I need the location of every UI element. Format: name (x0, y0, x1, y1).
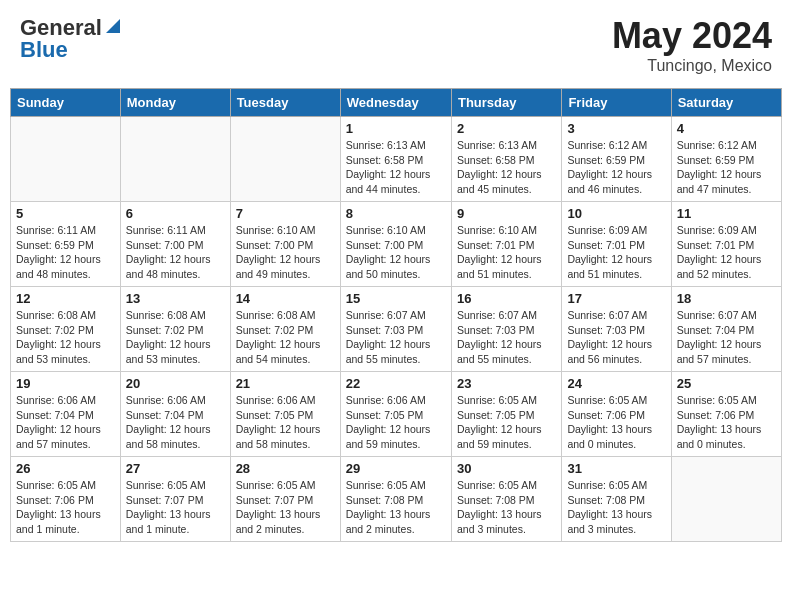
day-number: 27 (126, 461, 225, 476)
calendar-cell: 20Sunrise: 6:06 AM Sunset: 7:04 PM Dayli… (120, 372, 230, 457)
logo-arrow-icon (104, 17, 122, 35)
day-number: 15 (346, 291, 446, 306)
calendar-cell: 22Sunrise: 6:06 AM Sunset: 7:05 PM Dayli… (340, 372, 451, 457)
day-number: 30 (457, 461, 556, 476)
calendar-table: Sunday Monday Tuesday Wednesday Thursday… (10, 88, 782, 542)
day-info: Sunrise: 6:10 AM Sunset: 7:01 PM Dayligh… (457, 223, 556, 282)
day-info: Sunrise: 6:05 AM Sunset: 7:08 PM Dayligh… (567, 478, 665, 537)
day-number: 16 (457, 291, 556, 306)
day-info: Sunrise: 6:05 AM Sunset: 7:05 PM Dayligh… (457, 393, 556, 452)
day-info: Sunrise: 6:07 AM Sunset: 7:03 PM Dayligh… (567, 308, 665, 367)
day-info: Sunrise: 6:06 AM Sunset: 7:05 PM Dayligh… (346, 393, 446, 452)
day-number: 21 (236, 376, 335, 391)
day-number: 20 (126, 376, 225, 391)
calendar-cell: 3Sunrise: 6:12 AM Sunset: 6:59 PM Daylig… (562, 117, 671, 202)
calendar-week-row: 26Sunrise: 6:05 AM Sunset: 7:06 PM Dayli… (11, 457, 782, 542)
day-number: 18 (677, 291, 776, 306)
day-info: Sunrise: 6:05 AM Sunset: 7:07 PM Dayligh… (236, 478, 335, 537)
calendar-cell: 1Sunrise: 6:13 AM Sunset: 6:58 PM Daylig… (340, 117, 451, 202)
day-info: Sunrise: 6:05 AM Sunset: 7:08 PM Dayligh… (457, 478, 556, 537)
day-number: 26 (16, 461, 115, 476)
calendar-cell: 2Sunrise: 6:13 AM Sunset: 6:58 PM Daylig… (451, 117, 561, 202)
calendar-cell (11, 117, 121, 202)
day-info: Sunrise: 6:09 AM Sunset: 7:01 PM Dayligh… (567, 223, 665, 282)
calendar-subtitle: Tuncingo, Mexico (612, 57, 772, 75)
header-saturday: Saturday (671, 89, 781, 117)
calendar-cell: 24Sunrise: 6:05 AM Sunset: 7:06 PM Dayli… (562, 372, 671, 457)
calendar-week-row: 12Sunrise: 6:08 AM Sunset: 7:02 PM Dayli… (11, 287, 782, 372)
calendar-cell: 13Sunrise: 6:08 AM Sunset: 7:02 PM Dayli… (120, 287, 230, 372)
day-info: Sunrise: 6:10 AM Sunset: 7:00 PM Dayligh… (236, 223, 335, 282)
day-info: Sunrise: 6:07 AM Sunset: 7:04 PM Dayligh… (677, 308, 776, 367)
day-info: Sunrise: 6:07 AM Sunset: 7:03 PM Dayligh… (457, 308, 556, 367)
calendar-cell: 29Sunrise: 6:05 AM Sunset: 7:08 PM Dayli… (340, 457, 451, 542)
day-number: 9 (457, 206, 556, 221)
day-number: 13 (126, 291, 225, 306)
day-info: Sunrise: 6:06 AM Sunset: 7:04 PM Dayligh… (126, 393, 225, 452)
header-wednesday: Wednesday (340, 89, 451, 117)
day-info: Sunrise: 6:11 AM Sunset: 6:59 PM Dayligh… (16, 223, 115, 282)
day-info: Sunrise: 6:05 AM Sunset: 7:06 PM Dayligh… (16, 478, 115, 537)
calendar-cell: 12Sunrise: 6:08 AM Sunset: 7:02 PM Dayli… (11, 287, 121, 372)
day-number: 19 (16, 376, 115, 391)
day-info: Sunrise: 6:13 AM Sunset: 6:58 PM Dayligh… (457, 138, 556, 197)
calendar-cell: 19Sunrise: 6:06 AM Sunset: 7:04 PM Dayli… (11, 372, 121, 457)
day-number: 4 (677, 121, 776, 136)
calendar-cell: 27Sunrise: 6:05 AM Sunset: 7:07 PM Dayli… (120, 457, 230, 542)
calendar-cell: 21Sunrise: 6:06 AM Sunset: 7:05 PM Dayli… (230, 372, 340, 457)
day-number: 24 (567, 376, 665, 391)
day-info: Sunrise: 6:08 AM Sunset: 7:02 PM Dayligh… (236, 308, 335, 367)
calendar-cell: 23Sunrise: 6:05 AM Sunset: 7:05 PM Dayli… (451, 372, 561, 457)
day-number: 7 (236, 206, 335, 221)
calendar-cell: 31Sunrise: 6:05 AM Sunset: 7:08 PM Dayli… (562, 457, 671, 542)
calendar-cell: 17Sunrise: 6:07 AM Sunset: 7:03 PM Dayli… (562, 287, 671, 372)
calendar-week-row: 19Sunrise: 6:06 AM Sunset: 7:04 PM Dayli… (11, 372, 782, 457)
day-number: 29 (346, 461, 446, 476)
day-number: 23 (457, 376, 556, 391)
day-number: 6 (126, 206, 225, 221)
day-info: Sunrise: 6:13 AM Sunset: 6:58 PM Dayligh… (346, 138, 446, 197)
day-number: 5 (16, 206, 115, 221)
day-number: 10 (567, 206, 665, 221)
day-number: 17 (567, 291, 665, 306)
calendar-title: May 2024 (612, 15, 772, 57)
day-info: Sunrise: 6:06 AM Sunset: 7:05 PM Dayligh… (236, 393, 335, 452)
day-info: Sunrise: 6:07 AM Sunset: 7:03 PM Dayligh… (346, 308, 446, 367)
day-number: 31 (567, 461, 665, 476)
day-number: 25 (677, 376, 776, 391)
day-number: 2 (457, 121, 556, 136)
title-block: May 2024 Tuncingo, Mexico (612, 15, 772, 75)
calendar-cell (230, 117, 340, 202)
day-info: Sunrise: 6:12 AM Sunset: 6:59 PM Dayligh… (567, 138, 665, 197)
day-number: 22 (346, 376, 446, 391)
day-info: Sunrise: 6:10 AM Sunset: 7:00 PM Dayligh… (346, 223, 446, 282)
calendar-cell: 14Sunrise: 6:08 AM Sunset: 7:02 PM Dayli… (230, 287, 340, 372)
day-info: Sunrise: 6:05 AM Sunset: 7:07 PM Dayligh… (126, 478, 225, 537)
day-info: Sunrise: 6:05 AM Sunset: 7:06 PM Dayligh… (567, 393, 665, 452)
calendar-cell: 6Sunrise: 6:11 AM Sunset: 7:00 PM Daylig… (120, 202, 230, 287)
calendar-cell: 28Sunrise: 6:05 AM Sunset: 7:07 PM Dayli… (230, 457, 340, 542)
calendar-cell: 8Sunrise: 6:10 AM Sunset: 7:00 PM Daylig… (340, 202, 451, 287)
header-sunday: Sunday (11, 89, 121, 117)
day-info: Sunrise: 6:09 AM Sunset: 7:01 PM Dayligh… (677, 223, 776, 282)
header-monday: Monday (120, 89, 230, 117)
calendar-cell: 10Sunrise: 6:09 AM Sunset: 7:01 PM Dayli… (562, 202, 671, 287)
weekday-header-row: Sunday Monday Tuesday Wednesday Thursday… (11, 89, 782, 117)
day-number: 8 (346, 206, 446, 221)
calendar-cell: 15Sunrise: 6:07 AM Sunset: 7:03 PM Dayli… (340, 287, 451, 372)
day-number: 14 (236, 291, 335, 306)
calendar-cell: 18Sunrise: 6:07 AM Sunset: 7:04 PM Dayli… (671, 287, 781, 372)
day-number: 11 (677, 206, 776, 221)
day-info: Sunrise: 6:08 AM Sunset: 7:02 PM Dayligh… (126, 308, 225, 367)
calendar-cell (120, 117, 230, 202)
calendar-cell: 26Sunrise: 6:05 AM Sunset: 7:06 PM Dayli… (11, 457, 121, 542)
header-thursday: Thursday (451, 89, 561, 117)
calendar-cell: 16Sunrise: 6:07 AM Sunset: 7:03 PM Dayli… (451, 287, 561, 372)
day-info: Sunrise: 6:05 AM Sunset: 7:08 PM Dayligh… (346, 478, 446, 537)
calendar-cell: 9Sunrise: 6:10 AM Sunset: 7:01 PM Daylig… (451, 202, 561, 287)
day-info: Sunrise: 6:05 AM Sunset: 7:06 PM Dayligh… (677, 393, 776, 452)
day-number: 28 (236, 461, 335, 476)
calendar-week-row: 5Sunrise: 6:11 AM Sunset: 6:59 PM Daylig… (11, 202, 782, 287)
day-number: 3 (567, 121, 665, 136)
calendar-cell: 25Sunrise: 6:05 AM Sunset: 7:06 PM Dayli… (671, 372, 781, 457)
